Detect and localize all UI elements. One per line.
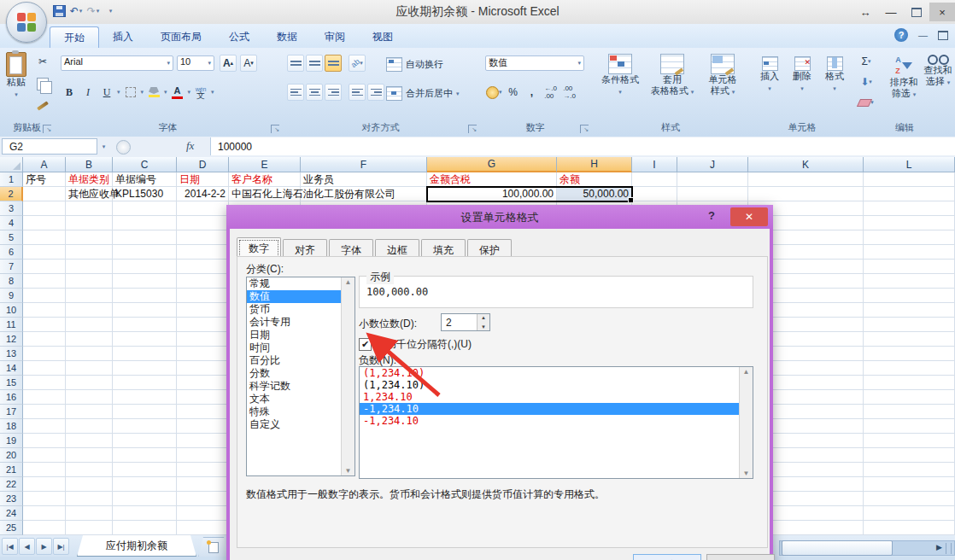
minimize-workbook-button[interactable]: — xyxy=(918,30,928,40)
cell-A4[interactable] xyxy=(23,216,66,230)
column-header-A[interactable]: A xyxy=(23,157,66,172)
cell-L23[interactable] xyxy=(864,492,955,506)
increase-indent-button[interactable] xyxy=(367,84,384,101)
cell-C15[interactable] xyxy=(113,376,177,390)
cell-A9[interactable] xyxy=(23,289,66,303)
cell-D7[interactable] xyxy=(177,260,229,274)
cell-D19[interactable] xyxy=(177,434,229,448)
align-right-button[interactable] xyxy=(325,84,342,101)
cell-J1[interactable] xyxy=(677,172,748,187)
cell-C10[interactable] xyxy=(113,303,177,318)
cell-A16[interactable] xyxy=(23,390,66,405)
cell-C14[interactable] xyxy=(113,361,177,376)
cell-L24[interactable] xyxy=(864,506,955,521)
cell-C23[interactable] xyxy=(113,492,177,506)
font-color-button[interactable]: A xyxy=(169,84,186,101)
cell-C1[interactable]: 单据编号 xyxy=(113,172,177,187)
cell-B8[interactable] xyxy=(66,274,113,289)
align-left-button[interactable] xyxy=(287,84,304,101)
cell-E1[interactable]: 客户名称 xyxy=(229,172,301,187)
cell-D17[interactable] xyxy=(177,405,229,419)
cell-L14[interactable] xyxy=(864,361,955,376)
cell-B13[interactable] xyxy=(66,347,113,361)
cell-B17[interactable] xyxy=(66,405,113,419)
cell-G1[interactable]: 金额含税 xyxy=(427,172,557,187)
clipboard-dialog-launcher[interactable]: ↘ xyxy=(43,125,51,133)
scrollbar-thumb[interactable] xyxy=(782,540,893,556)
cell-D10[interactable] xyxy=(177,303,229,318)
clear-button[interactable]: ▾ xyxy=(858,94,875,111)
align-middle-button[interactable] xyxy=(306,55,323,72)
help-icon[interactable]: ? xyxy=(894,28,908,42)
cell-D25[interactable] xyxy=(177,521,229,535)
dialog-close-button[interactable]: ✕ xyxy=(730,207,768,226)
cut-button[interactable]: ✂ xyxy=(34,53,51,70)
cell-A15[interactable] xyxy=(23,376,66,390)
cell-B16[interactable] xyxy=(66,390,113,405)
column-header-H[interactable]: H xyxy=(557,157,632,172)
sort-filter-button[interactable]: AZ 排序和 筛选 ▾ xyxy=(887,55,921,100)
cell-D14[interactable] xyxy=(177,361,229,376)
cell-A23[interactable] xyxy=(23,492,66,506)
cell-I1[interactable] xyxy=(632,172,677,187)
cell-D21[interactable] xyxy=(177,463,229,477)
grow-font-button[interactable]: A▴ xyxy=(220,55,237,72)
phonetic-button[interactable]: wén 文 xyxy=(192,84,209,101)
cell-C6[interactable] xyxy=(113,245,177,260)
spin-down-icon[interactable]: ▼ xyxy=(478,324,489,330)
cell-C5[interactable] xyxy=(113,230,177,245)
row-header-13[interactable]: 13 xyxy=(0,347,23,361)
cell-L15[interactable] xyxy=(864,376,955,390)
category-item-数值[interactable]: 数值 xyxy=(247,290,354,303)
cell-L17[interactable] xyxy=(864,405,955,419)
cell-B21[interactable] xyxy=(66,463,113,477)
insert-worksheet-tab[interactable] xyxy=(198,537,229,557)
ribbon-tab-页面布局[interactable]: 页面布局 xyxy=(147,26,215,48)
increase-decimal-button[interactable]: ←.0.00 xyxy=(542,84,560,101)
row-header-12[interactable]: 12 xyxy=(0,332,23,347)
font-family-combo[interactable]: Arial▾ xyxy=(61,55,173,71)
row-header-16[interactable]: 16 xyxy=(0,390,23,405)
cell-B18[interactable] xyxy=(66,419,113,434)
borders-dropdown[interactable]: ▾ xyxy=(141,89,144,96)
cell-D13[interactable] xyxy=(177,347,229,361)
cell-A1[interactable]: 序号 xyxy=(23,172,66,187)
cell-A11[interactable] xyxy=(23,318,66,332)
delete-cells-button[interactable]: ✕ 删除 ▾ xyxy=(788,56,817,94)
spinner-buttons[interactable]: ▲▼ xyxy=(477,314,489,330)
column-header-L[interactable]: L xyxy=(864,157,955,172)
cell-D8[interactable] xyxy=(177,274,229,289)
cell-B22[interactable] xyxy=(66,477,113,492)
ribbon-tab-审阅[interactable]: 审阅 xyxy=(311,26,359,48)
formula-input[interactable]: 100000 xyxy=(210,137,955,155)
cell-A3[interactable] xyxy=(23,201,66,216)
cell-L3[interactable] xyxy=(864,201,955,216)
ribbon-tab-数据[interactable]: 数据 xyxy=(263,26,311,48)
category-item-货币[interactable]: 货币 xyxy=(247,303,354,316)
cell-D1[interactable]: 日期 xyxy=(177,172,229,187)
ribbon-tab-开始[interactable]: 开始 xyxy=(50,26,99,48)
cell-B11[interactable] xyxy=(66,318,113,332)
horizontal-scrollbar[interactable]: ▶ xyxy=(779,540,955,556)
cell-L4[interactable] xyxy=(864,216,955,230)
office-button[interactable] xyxy=(6,2,47,43)
cell-C22[interactable] xyxy=(113,477,177,492)
negative-format-item-3[interactable]: 1,234.10 xyxy=(360,391,753,403)
italic-button[interactable]: I xyxy=(79,84,97,101)
column-header-F[interactable]: F xyxy=(301,157,427,172)
autosum-button[interactable]: Σ▾ xyxy=(858,53,875,70)
align-bottom-button[interactable] xyxy=(325,55,342,72)
row-header-7[interactable]: 7 xyxy=(0,260,23,274)
category-item-文本[interactable]: 文本 xyxy=(247,393,354,405)
format-cells-button[interactable]: 格式 ▾ xyxy=(820,56,849,94)
cell-C8[interactable] xyxy=(113,274,177,289)
cell-L25[interactable] xyxy=(864,521,955,535)
column-header-D[interactable]: D xyxy=(177,157,229,172)
cell-L6[interactable] xyxy=(864,245,955,260)
prev-sheet-button[interactable]: ◀ xyxy=(19,538,35,555)
cell-A25[interactable] xyxy=(23,521,66,535)
ribbon-tab-公式[interactable]: 公式 xyxy=(215,26,263,48)
row-header-25[interactable]: 25 xyxy=(0,521,23,535)
cell-B12[interactable] xyxy=(66,332,113,347)
row-header-3[interactable]: 3 xyxy=(0,201,23,216)
